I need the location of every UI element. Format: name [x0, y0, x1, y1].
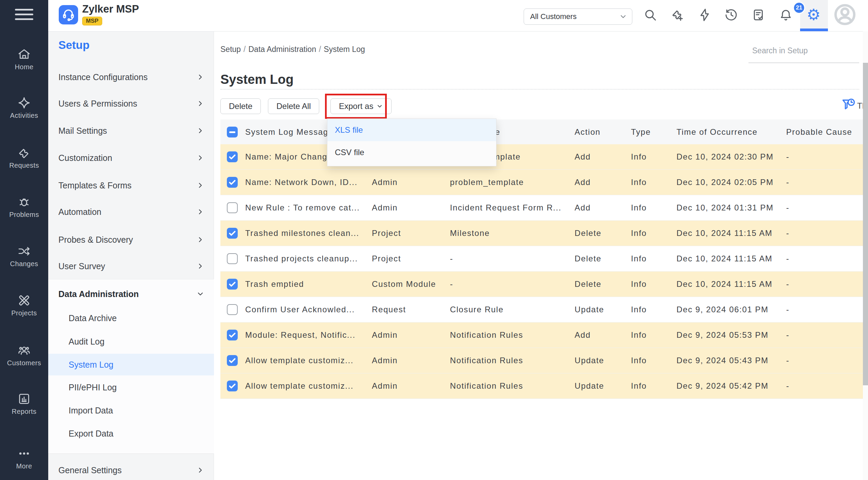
chevron-right-icon — [196, 154, 204, 162]
customer-scope-select[interactable]: All Customers — [524, 8, 632, 25]
setup-heading: Setup — [58, 39, 90, 52]
setup-item-user-survey[interactable]: User Survey — [48, 253, 214, 279]
row-checkbox[interactable] — [227, 228, 238, 239]
select-all-checkbox[interactable] — [227, 127, 238, 137]
rail-item-customers[interactable]: Customers — [0, 344, 48, 367]
setup-item-instance-configurations[interactable]: Instance Configurations — [48, 64, 214, 90]
setup-item-users-permissions[interactable]: Users & Permissions — [48, 90, 214, 117]
settings-gear-icon[interactable]: ⚙ — [807, 7, 820, 22]
table-row[interactable]: Trash emptiedCustom Module-DeleteInfoDec… — [220, 272, 863, 297]
chevron-right-icon — [196, 181, 204, 189]
table-row[interactable]: Module: Request, Notific...AdminNotifica… — [220, 322, 863, 348]
setup-item-mail-settings[interactable]: Mail Settings — [48, 117, 214, 144]
setup-subitem-import-data[interactable]: Import Data — [48, 400, 214, 421]
cell-message: Confirm User Acknowled... — [245, 305, 355, 314]
rail-item-label: Problems — [0, 211, 48, 219]
quick-actions-icon[interactable] — [698, 8, 713, 23]
hamburger-menu-icon[interactable] — [15, 9, 33, 22]
chevron-right-icon — [196, 208, 204, 216]
export-option-xls-file[interactable]: XLS file — [327, 119, 496, 141]
table-row[interactable]: Name: Major Change, ID...Adminchange_tem… — [220, 144, 863, 170]
setup-search-input[interactable]: Search in Setup — [748, 43, 859, 63]
new-item-icon[interactable] — [671, 8, 686, 23]
setup-item-label: Users & Permissions — [58, 99, 196, 109]
user-avatar[interactable] — [834, 3, 856, 26]
setup-subitem-data-archive[interactable]: Data Archive — [48, 307, 214, 329]
delete-button[interactable]: Delete — [220, 98, 261, 114]
setup-item-probes-discovery[interactable]: Probes & Discovery — [48, 226, 214, 253]
table-row[interactable]: Trashed milestones clean...ProjectMilest… — [220, 221, 863, 246]
row-checkbox[interactable] — [227, 177, 238, 188]
rail-item-problems[interactable]: Problems — [0, 195, 48, 219]
row-checkbox[interactable] — [227, 304, 238, 315]
row-checkbox[interactable] — [227, 381, 238, 391]
cell-entity: Notification Rules — [450, 356, 523, 365]
setup-item-label: Mail Settings — [58, 126, 196, 136]
cell-probable_cause: - — [786, 254, 790, 263]
rail-item-home[interactable]: Home — [0, 48, 48, 71]
setup-subitem-system-log[interactable]: System Log — [48, 354, 214, 375]
breadcrumb-item[interactable]: Data Administration — [249, 45, 316, 54]
breadcrumb-item[interactable]: Setup — [220, 45, 241, 54]
row-checkbox[interactable] — [227, 202, 238, 213]
row-checkbox[interactable] — [227, 355, 238, 366]
cell-action: Delete — [575, 228, 601, 238]
cell-time: Dec 10, 2024 01:31 PM — [676, 203, 774, 213]
breadcrumb-item[interactable]: System Log — [324, 45, 365, 54]
table-row[interactable]: New Rule : To remove cat...AdminIncident… — [220, 195, 863, 221]
column-header-type[interactable]: Type — [631, 127, 651, 137]
rail-item-requests[interactable]: Requests — [0, 146, 48, 169]
row-checkbox[interactable] — [227, 279, 238, 290]
app-logo — [59, 5, 78, 24]
chevron-down-icon — [619, 13, 627, 21]
cell-action: Update — [575, 381, 604, 391]
setup-item-customization[interactable]: Customization — [48, 145, 214, 171]
setup-item-label: Probes & Discovery — [58, 235, 196, 245]
table-row[interactable]: Allow template customiz...AdminNotificat… — [220, 373, 863, 399]
cell-entity: Milestone — [450, 228, 490, 238]
column-header-action[interactable]: Action — [575, 127, 600, 137]
task-approval-icon[interactable] — [752, 8, 766, 23]
cell-time: Dec 9, 2024 06:01 PM — [676, 305, 768, 314]
row-checkbox[interactable] — [227, 253, 238, 264]
cell-module: Request — [372, 305, 406, 314]
delete-all-button[interactable]: Delete All — [268, 98, 319, 114]
cell-time: Dec 10, 2024 11:15 AM — [676, 228, 773, 238]
setup-item-label: Templates & Forms — [58, 181, 196, 190]
setup-subitem-audit-log[interactable]: Audit Log — [48, 331, 214, 352]
setup-item-data-administration[interactable]: Data Administration — [48, 281, 214, 307]
column-header-message[interactable]: System Log Message — [245, 127, 333, 137]
setup-subitem-label: Export Data — [69, 429, 113, 439]
cell-action: Delete — [575, 254, 601, 263]
column-header-time[interactable]: Time of Occurrence — [676, 127, 758, 137]
row-checkbox[interactable] — [227, 330, 238, 340]
cell-type: Info — [631, 228, 647, 238]
export-option-csv-file[interactable]: CSV file — [327, 141, 496, 164]
rail-item-activities[interactable]: Activities — [0, 96, 48, 119]
setup-subitem-export-data[interactable]: Export Data — [48, 423, 214, 444]
customers-icon — [17, 344, 31, 357]
cell-action: Add — [575, 330, 591, 340]
rail-item-more[interactable]: More — [0, 447, 48, 470]
cell-action: Update — [575, 305, 604, 314]
cell-message: Allow template customiz... — [245, 381, 354, 391]
activities-icon — [17, 96, 31, 110]
rail-item-reports[interactable]: Reports — [0, 392, 48, 416]
setup-item-automation[interactable]: Automation — [48, 199, 214, 225]
history-icon[interactable] — [724, 8, 739, 23]
setup-item-general-settings[interactable]: General Settings — [48, 457, 214, 480]
scrollbar-thumb[interactable] — [863, 63, 868, 385]
search-icon[interactable] — [644, 8, 658, 23]
column-header-probable-cause[interactable]: Probable Cause — [786, 127, 852, 137]
rail-item-projects[interactable]: Projects — [0, 294, 48, 317]
rail-item-changes[interactable]: Changes — [0, 244, 48, 268]
table-row[interactable]: Trashed projects cleanup...Project-Delet… — [220, 246, 863, 272]
setup-item-templates-forms[interactable]: Templates & Forms — [48, 172, 214, 199]
notifications-bell-icon[interactable] — [779, 8, 794, 23]
table-row[interactable]: Confirm User Acknowled...RequestClosure … — [220, 297, 863, 322]
table-row[interactable]: Allow template customiz...AdminNotificat… — [220, 348, 863, 373]
table-row[interactable]: Name: Network Down, ID...Adminproblem_te… — [220, 170, 863, 195]
delete-button-label: Delete — [229, 101, 252, 111]
row-checkbox[interactable] — [227, 151, 238, 162]
setup-subitem-pii-ephi-log[interactable]: PII/ePHI Log — [48, 376, 214, 398]
